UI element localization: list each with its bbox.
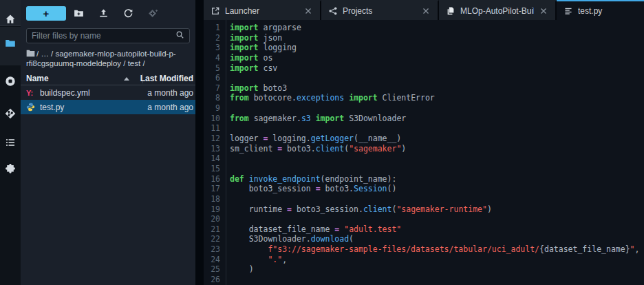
activity-bar-item-git[interactable] <box>0 103 21 125</box>
line-number: 11 <box>204 123 226 134</box>
code-line[interactable]: 10from sagemaker.s3 import S3Downloader <box>204 114 644 124</box>
activity-bar-item-running-kernels[interactable] <box>0 70 21 92</box>
code-line[interactable]: 4import os <box>204 53 644 63</box>
close-icon[interactable] <box>303 6 313 16</box>
breadcrumb-path[interactable]: / … / sagemaker-mlop-autopilot-build-p-r… <box>26 50 176 67</box>
code-line[interactable]: 17 boto3_session = boto3.Session() <box>204 184 644 194</box>
panel-divider[interactable] <box>195 0 204 285</box>
code-line[interactable]: 16def invoke_endpoint(endpoint_name): <box>204 174 644 184</box>
tab-label: Projects <box>343 6 416 16</box>
python-file-icon <box>26 103 38 112</box>
code-line[interactable]: 6 <box>204 73 644 83</box>
git-clone-icon <box>148 8 158 19</box>
line-number: 10 <box>204 114 226 124</box>
activity-bar-item-extensions[interactable] <box>0 158 21 180</box>
line-number: 5 <box>204 63 226 74</box>
upload-files-button[interactable] <box>91 3 116 23</box>
file-browser-toolbar: + <box>21 0 195 26</box>
file-row-test-py[interactable]: test.pya month ago <box>21 100 195 114</box>
code-line[interactable]: 20 <box>204 214 644 224</box>
app-window: + / … / sagemaker-mlop-autopilot-build-p… <box>0 0 644 285</box>
sort-ascending-icon <box>124 77 129 81</box>
new-launcher-button[interactable]: + <box>26 6 66 21</box>
column-header-last-modified[interactable]: Last Modified <box>140 74 193 83</box>
line-number: 13 <box>204 144 226 154</box>
close-icon[interactable] <box>539 6 548 16</box>
activity-bar-item-file-browser[interactable] <box>0 32 21 54</box>
code-line[interactable]: 7import boto3 <box>204 83 644 94</box>
filter-files-box <box>26 28 190 43</box>
close-icon[interactable] <box>421 6 431 16</box>
refresh-file-list-icon <box>123 8 133 19</box>
tab-test-py[interactable]: test.py <box>557 0 644 20</box>
file-list-header: Name Last Modified <box>21 72 195 85</box>
folder-icon <box>26 50 36 58</box>
line-number: 19 <box>204 204 226 215</box>
main-area: LauncherProjectsMLOp-AutoPilot-Buildtest… <box>204 0 644 285</box>
code-line[interactable]: 26 <box>204 275 644 285</box>
share-icon <box>328 6 338 16</box>
line-number: 20 <box>204 214 226 224</box>
activity-bar-item-table-of-contents[interactable] <box>0 131 21 154</box>
code-line[interactable]: 15 <box>204 164 644 174</box>
code-text: dataset_file_name = "adult.test" <box>226 224 401 235</box>
git-clone-button <box>140 3 165 23</box>
tab-label: Launcher <box>225 6 299 16</box>
column-header-name[interactable]: Name <box>26 74 49 83</box>
code-line[interactable]: 23 f"s3://sagemaker-sample-files/dataset… <box>204 244 644 255</box>
tab-mlop-autopilot-build[interactable]: MLOp-AutoPilot-Build <box>439 0 557 20</box>
code-line[interactable]: 12logger = logging.getLogger(__name__) <box>204 134 644 144</box>
file-name: test.py <box>40 103 147 112</box>
refresh-file-list-button[interactable] <box>116 3 140 23</box>
code-editor[interactable]: 1import argparse2import json3import logg… <box>204 20 644 285</box>
code-text: logger = logging.getLogger(__name__) <box>226 134 401 144</box>
line-number: 14 <box>204 154 226 164</box>
tab-projects[interactable]: Projects <box>321 0 439 20</box>
new-folder-button[interactable] <box>66 3 91 23</box>
breadcrumb[interactable]: / … / sagemaker-mlop-autopilot-build-p-r… <box>21 48 195 72</box>
code-line[interactable]: 21 dataset_file_name = "adult.test" <box>204 224 644 235</box>
line-number: 24 <box>204 255 226 265</box>
new-folder-icon <box>74 8 84 19</box>
activity-bar-item-home[interactable] <box>0 8 21 30</box>
tab-launcher[interactable]: Launcher <box>204 0 321 20</box>
filter-files-input[interactable] <box>32 31 175 41</box>
code-line[interactable]: 24 ".", <box>204 255 644 265</box>
code-line[interactable]: 14 <box>204 154 644 164</box>
text-editor-icon <box>564 6 573 16</box>
code-text: import json <box>226 33 282 43</box>
code-line[interactable]: 11 <box>204 123 644 134</box>
code-text: from botocore.exceptions import ClientEr… <box>226 93 435 103</box>
code-text: import boto3 <box>226 83 287 94</box>
code-line[interactable]: 22 S3Downloader.download( <box>204 234 644 244</box>
code-text: import argparse <box>226 23 301 33</box>
code-line[interactable]: 2import json <box>204 33 644 43</box>
code-line[interactable]: 1import argparse <box>204 23 644 33</box>
line-number: 7 <box>204 83 226 94</box>
code-line[interactable]: 8from botocore.exceptions import ClientE… <box>204 93 644 103</box>
code-line[interactable]: 3import logging <box>204 43 644 53</box>
code-text: ".", <box>226 255 287 265</box>
line-number: 3 <box>204 43 226 53</box>
running-kernels-icon <box>5 76 16 87</box>
code-line[interactable]: 13sm_client = boto3.client("sagemaker") <box>204 144 644 154</box>
upload-files-icon <box>98 8 109 19</box>
code-line[interactable]: 19 runtime = boto3_session.client("sagem… <box>204 204 644 215</box>
file-name: buildspec.yml <box>40 88 147 98</box>
code-line[interactable]: 25 ) <box>204 264 644 275</box>
code-text: boto3_session = boto3.Session() <box>226 184 396 194</box>
code-line[interactable]: 5import csv <box>204 63 644 74</box>
file-last-modified: a month ago <box>147 103 193 112</box>
line-number: 21 <box>204 224 226 235</box>
line-number: 26 <box>204 275 226 285</box>
file-browser-icon <box>5 38 16 49</box>
tab-label: test.py <box>578 6 637 16</box>
code-text: from sagemaker.s3 import S3Downloader <box>226 114 406 124</box>
code-line[interactable]: 18 <box>204 194 644 204</box>
file-row-buildspec-yml[interactable]: Y:buildspec.ymla month ago <box>21 85 195 100</box>
file-last-modified: a month ago <box>147 88 193 98</box>
code-text: import logging <box>226 43 297 53</box>
code-line[interactable]: 9 <box>204 103 644 114</box>
code-text: import csv <box>226 63 277 74</box>
code-text: runtime = boto3_session.client("sagemake… <box>226 204 492 215</box>
